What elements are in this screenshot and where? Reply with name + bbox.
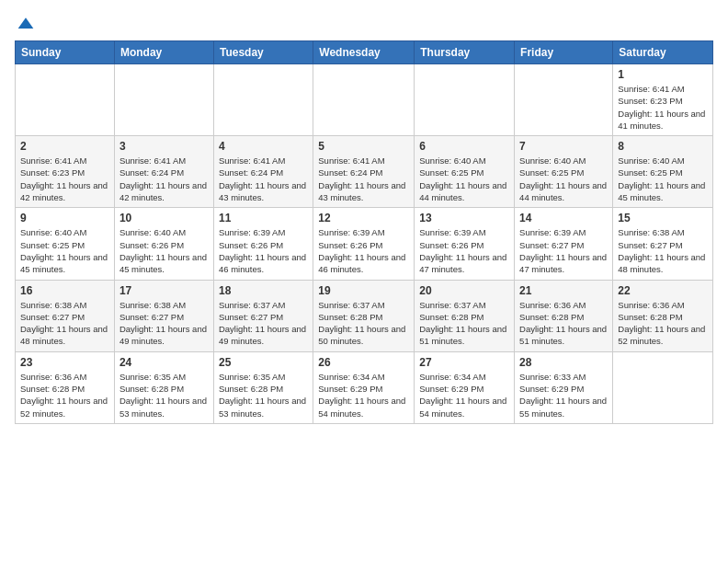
day-info: Sunrise: 6:40 AMSunset: 6:25 PMDaylight:… bbox=[618, 155, 708, 203]
header bbox=[15, 15, 713, 33]
day-number: 27 bbox=[419, 356, 509, 369]
day-info: Sunrise: 6:34 AMSunset: 6:29 PMDaylight:… bbox=[419, 371, 509, 419]
day-info: Sunrise: 6:34 AMSunset: 6:29 PMDaylight:… bbox=[318, 371, 409, 419]
day-number: 1 bbox=[618, 68, 708, 81]
day-number: 23 bbox=[20, 356, 109, 369]
calendar-cell: 8Sunrise: 6:40 AMSunset: 6:25 PMDaylight… bbox=[613, 136, 713, 208]
calendar-cell bbox=[415, 64, 515, 136]
day-info: Sunrise: 6:38 AMSunset: 6:27 PMDaylight:… bbox=[618, 226, 708, 275]
calendar-week-row: 9Sunrise: 6:40 AMSunset: 6:25 PMDaylight… bbox=[16, 208, 713, 280]
calendar: SundayMondayTuesdayWednesdayThursdayFrid… bbox=[15, 40, 713, 424]
day-info: Sunrise: 6:39 AMSunset: 6:26 PMDaylight:… bbox=[419, 226, 509, 275]
day-info: Sunrise: 6:40 AMSunset: 6:25 PMDaylight:… bbox=[419, 155, 509, 203]
day-info: Sunrise: 6:39 AMSunset: 6:27 PMDaylight:… bbox=[519, 226, 608, 275]
calendar-cell: 27Sunrise: 6:34 AMSunset: 6:29 PMDayligh… bbox=[415, 351, 515, 423]
day-info: Sunrise: 6:40 AMSunset: 6:25 PMDaylight:… bbox=[519, 155, 608, 203]
day-number: 28 bbox=[519, 356, 608, 369]
day-info: Sunrise: 6:35 AMSunset: 6:28 PMDaylight:… bbox=[219, 371, 308, 419]
weekday-header: Thursday bbox=[415, 41, 515, 64]
logo-icon bbox=[17, 15, 35, 33]
day-number: 24 bbox=[119, 356, 209, 369]
calendar-cell: 11Sunrise: 6:39 AMSunset: 6:26 PMDayligh… bbox=[213, 208, 313, 280]
calendar-cell: 13Sunrise: 6:39 AMSunset: 6:26 PMDayligh… bbox=[415, 208, 515, 280]
calendar-cell: 18Sunrise: 6:37 AMSunset: 6:27 PMDayligh… bbox=[213, 280, 313, 351]
day-info: Sunrise: 6:41 AMSunset: 6:23 PMDaylight:… bbox=[20, 155, 109, 203]
calendar-cell: 15Sunrise: 6:38 AMSunset: 6:27 PMDayligh… bbox=[613, 208, 713, 280]
day-number: 9 bbox=[20, 212, 109, 224]
day-number: 7 bbox=[519, 140, 608, 153]
day-number: 19 bbox=[318, 284, 409, 297]
day-info: Sunrise: 6:35 AMSunset: 6:28 PMDaylight:… bbox=[119, 371, 209, 419]
day-info: Sunrise: 6:36 AMSunset: 6:28 PMDaylight:… bbox=[618, 299, 708, 348]
calendar-cell: 25Sunrise: 6:35 AMSunset: 6:28 PMDayligh… bbox=[213, 351, 313, 423]
calendar-cell: 14Sunrise: 6:39 AMSunset: 6:27 PMDayligh… bbox=[515, 208, 613, 280]
weekday-header: Wednesday bbox=[313, 41, 415, 64]
calendar-week-row: 23Sunrise: 6:36 AMSunset: 6:28 PMDayligh… bbox=[16, 351, 713, 423]
calendar-cell: 10Sunrise: 6:40 AMSunset: 6:26 PMDayligh… bbox=[114, 208, 213, 280]
calendar-week-row: 1Sunrise: 6:41 AMSunset: 6:23 PMDaylight… bbox=[16, 64, 713, 136]
calendar-week-row: 2Sunrise: 6:41 AMSunset: 6:23 PMDaylight… bbox=[16, 136, 713, 208]
day-info: Sunrise: 6:39 AMSunset: 6:26 PMDaylight:… bbox=[318, 226, 409, 275]
day-number: 10 bbox=[119, 212, 209, 224]
day-number: 12 bbox=[318, 212, 409, 224]
calendar-cell bbox=[114, 64, 213, 136]
calendar-cell: 21Sunrise: 6:36 AMSunset: 6:28 PMDayligh… bbox=[515, 280, 613, 351]
weekday-header: Monday bbox=[114, 41, 213, 64]
day-number: 25 bbox=[219, 356, 308, 369]
page: SundayMondayTuesdayWednesdayThursdayFrid… bbox=[0, 0, 728, 435]
day-number: 17 bbox=[119, 284, 209, 297]
calendar-cell: 4Sunrise: 6:41 AMSunset: 6:24 PMDaylight… bbox=[213, 136, 313, 208]
day-number: 2 bbox=[20, 140, 109, 153]
day-number: 18 bbox=[219, 284, 308, 297]
weekday-header: Saturday bbox=[613, 41, 713, 64]
day-number: 22 bbox=[618, 284, 708, 297]
calendar-cell: 9Sunrise: 6:40 AMSunset: 6:25 PMDaylight… bbox=[16, 208, 115, 280]
calendar-cell: 12Sunrise: 6:39 AMSunset: 6:26 PMDayligh… bbox=[313, 208, 415, 280]
day-number: 5 bbox=[318, 140, 409, 153]
day-info: Sunrise: 6:41 AMSunset: 6:24 PMDaylight:… bbox=[119, 155, 209, 203]
calendar-week-row: 16Sunrise: 6:38 AMSunset: 6:27 PMDayligh… bbox=[16, 280, 713, 351]
calendar-cell: 3Sunrise: 6:41 AMSunset: 6:24 PMDaylight… bbox=[114, 136, 213, 208]
day-info: Sunrise: 6:41 AMSunset: 6:23 PMDaylight:… bbox=[618, 83, 708, 132]
weekday-header: Sunday bbox=[16, 41, 115, 64]
calendar-cell: 22Sunrise: 6:36 AMSunset: 6:28 PMDayligh… bbox=[613, 280, 713, 351]
calendar-cell: 1Sunrise: 6:41 AMSunset: 6:23 PMDaylight… bbox=[613, 64, 713, 136]
calendar-cell bbox=[313, 64, 415, 136]
day-number: 11 bbox=[219, 212, 308, 224]
weekday-header: Friday bbox=[515, 41, 613, 64]
calendar-cell: 17Sunrise: 6:38 AMSunset: 6:27 PMDayligh… bbox=[114, 280, 213, 351]
logo bbox=[15, 15, 35, 33]
day-info: Sunrise: 6:40 AMSunset: 6:25 PMDaylight:… bbox=[20, 226, 109, 275]
calendar-cell bbox=[16, 64, 115, 136]
calendar-cell: 19Sunrise: 6:37 AMSunset: 6:28 PMDayligh… bbox=[313, 280, 415, 351]
calendar-cell: 2Sunrise: 6:41 AMSunset: 6:23 PMDaylight… bbox=[16, 136, 115, 208]
svg-marker-0 bbox=[18, 17, 34, 29]
calendar-cell: 20Sunrise: 6:37 AMSunset: 6:28 PMDayligh… bbox=[415, 280, 515, 351]
weekday-header: Tuesday bbox=[213, 41, 313, 64]
weekday-header-row: SundayMondayTuesdayWednesdayThursdayFrid… bbox=[16, 41, 713, 64]
day-info: Sunrise: 6:38 AMSunset: 6:27 PMDaylight:… bbox=[20, 299, 109, 348]
day-number: 20 bbox=[419, 284, 509, 297]
day-number: 6 bbox=[419, 140, 509, 153]
day-number: 8 bbox=[618, 140, 708, 153]
calendar-cell: 7Sunrise: 6:40 AMSunset: 6:25 PMDaylight… bbox=[515, 136, 613, 208]
day-info: Sunrise: 6:37 AMSunset: 6:27 PMDaylight:… bbox=[219, 299, 308, 348]
day-info: Sunrise: 6:37 AMSunset: 6:28 PMDaylight:… bbox=[419, 299, 509, 348]
calendar-cell bbox=[213, 64, 313, 136]
calendar-cell: 24Sunrise: 6:35 AMSunset: 6:28 PMDayligh… bbox=[114, 351, 213, 423]
day-info: Sunrise: 6:33 AMSunset: 6:29 PMDaylight:… bbox=[519, 371, 608, 419]
calendar-cell bbox=[613, 351, 713, 423]
day-info: Sunrise: 6:39 AMSunset: 6:26 PMDaylight:… bbox=[219, 226, 308, 275]
day-info: Sunrise: 6:41 AMSunset: 6:24 PMDaylight:… bbox=[219, 155, 308, 203]
day-number: 16 bbox=[20, 284, 109, 297]
calendar-cell: 28Sunrise: 6:33 AMSunset: 6:29 PMDayligh… bbox=[515, 351, 613, 423]
day-info: Sunrise: 6:41 AMSunset: 6:24 PMDaylight:… bbox=[318, 155, 409, 203]
day-number: 15 bbox=[618, 212, 708, 224]
day-info: Sunrise: 6:38 AMSunset: 6:27 PMDaylight:… bbox=[119, 299, 209, 348]
calendar-cell: 6Sunrise: 6:40 AMSunset: 6:25 PMDaylight… bbox=[415, 136, 515, 208]
day-number: 26 bbox=[318, 356, 409, 369]
calendar-cell: 23Sunrise: 6:36 AMSunset: 6:28 PMDayligh… bbox=[16, 351, 115, 423]
day-info: Sunrise: 6:37 AMSunset: 6:28 PMDaylight:… bbox=[318, 299, 409, 348]
day-number: 3 bbox=[119, 140, 209, 153]
calendar-cell bbox=[515, 64, 613, 136]
